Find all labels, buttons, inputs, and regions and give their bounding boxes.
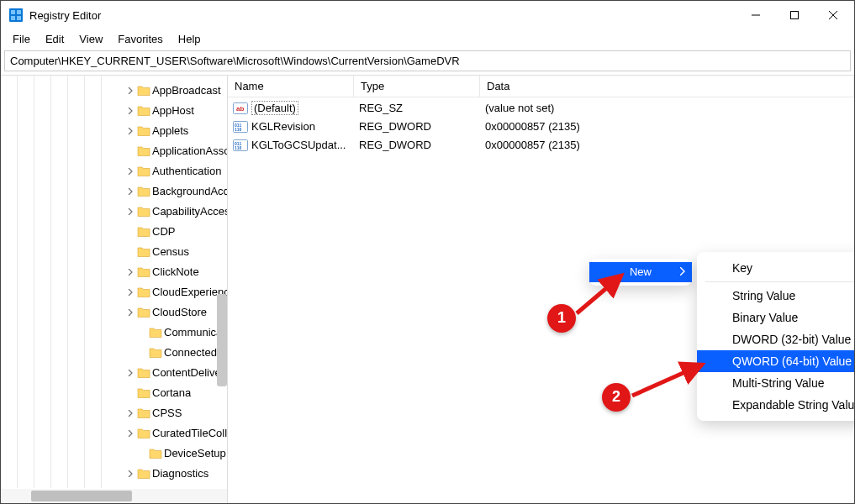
- registry-value-row[interactable]: 011110KGLToGCSUpdat...REG_DWORD0x0000085…: [228, 136, 854, 155]
- tree-horizontal-scrollbar[interactable]: [1, 489, 227, 503]
- tree-item[interactable]: CPSS: [125, 403, 228, 423]
- folder-icon: [149, 346, 162, 360]
- svg-rect-2: [17, 10, 21, 14]
- tree-item[interactable]: Applets: [125, 121, 228, 141]
- close-button[interactable]: [814, 2, 852, 29]
- minimize-button[interactable]: [736, 2, 775, 29]
- folder-icon: [137, 124, 150, 138]
- binary-value-icon: 011110: [233, 139, 248, 151]
- chevron-right-icon[interactable]: [125, 126, 135, 136]
- window-title: Registry Editor: [29, 9, 101, 22]
- tree-item[interactable]: CloudExperienceHost: [125, 282, 228, 302]
- chevron-right-icon[interactable]: [125, 368, 135, 378]
- tree-item-label: DeviceSetup: [164, 447, 226, 459]
- tree-item[interactable]: CloudStore: [125, 302, 228, 323]
- chevron-right-icon[interactable]: [125, 207, 135, 217]
- column-name[interactable]: Name: [228, 76, 354, 97]
- tree-item[interactable]: Cortana: [125, 383, 228, 403]
- chevron-right-icon[interactable]: [125, 267, 135, 277]
- tree-item-label: CDP: [152, 225, 175, 238]
- chevron-right-icon[interactable]: [125, 166, 135, 176]
- tree-item-label: ApplicationAssociationToasts: [152, 144, 228, 157]
- tree-item[interactable]: Communications: [125, 323, 228, 343]
- folder-icon: [137, 265, 150, 279]
- tree-item-label: CloudStore: [152, 306, 207, 318]
- chevron-right-icon[interactable]: [125, 469, 135, 479]
- address-bar[interactable]: Computer\HKEY_CURRENT_USER\Software\Micr…: [4, 50, 851, 71]
- tree-item-label: Authentication: [152, 165, 221, 177]
- chevron-right-icon[interactable]: [125, 408, 135, 418]
- tree-item[interactable]: ContentDeliveryManager: [125, 363, 228, 383]
- tree-item[interactable]: CDP: [125, 222, 228, 242]
- context-menu-item[interactable]: DWORD (32-bit) Value: [697, 328, 854, 350]
- chevron-right-icon[interactable]: [125, 287, 135, 297]
- folder-icon: [137, 427, 150, 440]
- folder-icon: [137, 286, 150, 299]
- folder-icon: [137, 366, 150, 380]
- context-menu: New: [589, 259, 692, 286]
- maximize-button[interactable]: [775, 2, 814, 29]
- tree-pane[interactable]: AppBroadcastAppHostAppletsApplicationAss…: [1, 76, 228, 503]
- menu-view[interactable]: View: [72, 31, 109, 47]
- svg-rect-4: [17, 16, 21, 20]
- folder-icon: [137, 165, 150, 178]
- folder-icon: [137, 205, 150, 218]
- string-value-icon: ab: [233, 102, 248, 114]
- chevron-right-icon[interactable]: [125, 106, 135, 116]
- menu-file[interactable]: File: [6, 31, 37, 47]
- menu-help[interactable]: Help: [172, 31, 208, 47]
- svg-line-18: [632, 365, 702, 396]
- registry-value-row[interactable]: 011110KGLRevisionREG_DWORD0x00000857 (21…: [228, 118, 854, 136]
- svg-rect-6: [791, 12, 799, 19]
- chevron-right-icon[interactable]: [125, 186, 135, 197]
- menu-favorites[interactable]: Favorites: [111, 31, 169, 47]
- tree-item-label: ClickNote: [152, 265, 199, 278]
- tree-item-label: AppBroadcast: [152, 84, 221, 97]
- tree-item[interactable]: DeviceSetup: [125, 444, 228, 464]
- tree-item[interactable]: Authentication: [125, 161, 228, 181]
- tree-item[interactable]: ConnectedSearch: [125, 343, 228, 363]
- svg-text:110: 110: [235, 145, 242, 150]
- column-type[interactable]: Type: [354, 76, 480, 97]
- chevron-right-icon[interactable]: [125, 86, 135, 96]
- tree-item[interactable]: BackgroundAccessApplications: [125, 181, 228, 202]
- menubar: FileEditViewFavoritesHelp: [1, 29, 854, 50]
- tree-item[interactable]: CapabilityAccessManager: [125, 202, 228, 222]
- svg-rect-1: [11, 10, 15, 14]
- folder-icon: [137, 185, 150, 198]
- tree-item-label: CPSS: [152, 407, 182, 419]
- context-menu-item[interactable]: Multi-String Value: [697, 372, 854, 394]
- tree-scroll-thumb[interactable]: [31, 491, 132, 501]
- folder-icon: [137, 144, 150, 158]
- menu-edit[interactable]: Edit: [39, 31, 71, 47]
- tree-item[interactable]: ApplicationAssociationToasts: [125, 141, 228, 161]
- tree-item-label: Applets: [152, 124, 188, 137]
- context-menu-item[interactable]: Binary Value: [697, 307, 854, 328]
- tree-item-label: CapabilityAccessManager: [152, 205, 228, 218]
- tree-item[interactable]: Census: [125, 242, 228, 262]
- svg-text:110: 110: [235, 127, 242, 132]
- context-menu-item[interactable]: String Value: [697, 285, 854, 307]
- context-menu-item[interactable]: Expandable String Value: [697, 394, 854, 416]
- tree-item[interactable]: AppBroadcast: [125, 81, 228, 101]
- tree-vertical-scrollbar-thumb[interactable]: [217, 294, 227, 386]
- context-menu-item[interactable]: Key: [697, 257, 854, 279]
- regedit-icon: [9, 8, 23, 22]
- tree-item-label: AppHost: [152, 104, 194, 117]
- tree-item-label: Cortana: [152, 386, 191, 399]
- tree-item[interactable]: CuratedTileCollections: [125, 423, 228, 444]
- context-menu-item[interactable]: QWORD (64-bit) Value: [697, 350, 854, 372]
- chevron-right-icon[interactable]: [125, 428, 135, 438]
- tree-item[interactable]: AppHost: [125, 101, 228, 121]
- registry-value-row[interactable]: ab(Default)REG_SZ(value not set): [228, 99, 854, 118]
- context-menu-new[interactable]: New: [589, 262, 692, 282]
- tree-item-label: CuratedTileCollections: [152, 427, 228, 439]
- tree-item[interactable]: ClickNote: [125, 262, 228, 282]
- list-pane[interactable]: Name Type Data ab(Default)REG_SZ(value n…: [228, 76, 854, 503]
- column-data[interactable]: Data: [480, 76, 854, 97]
- tree-item[interactable]: Diagnostics: [125, 464, 228, 484]
- context-menu-new-label: New: [630, 265, 652, 278]
- value-type: REG_DWORD: [354, 139, 480, 151]
- chevron-right-icon[interactable]: [125, 307, 135, 318]
- folder-icon: [137, 407, 150, 420]
